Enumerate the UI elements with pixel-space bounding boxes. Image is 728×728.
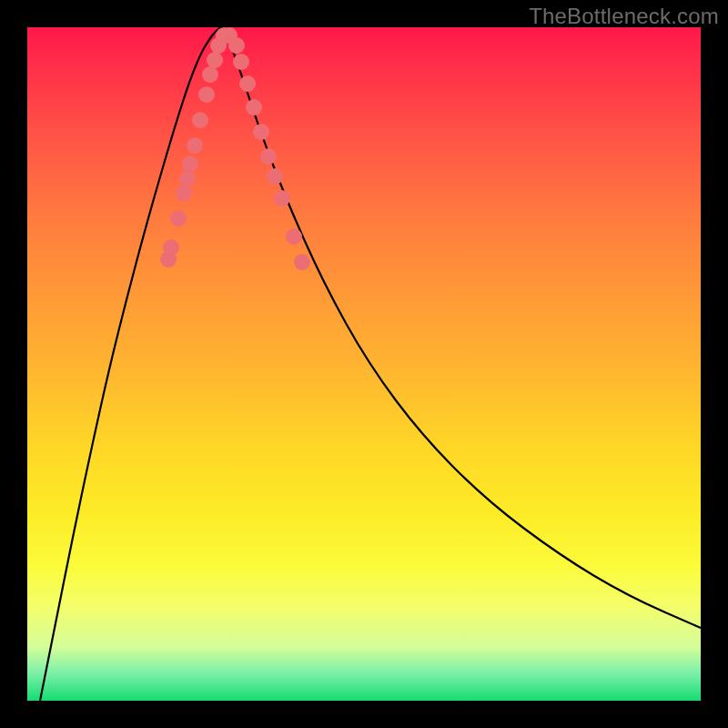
data-marker [198,86,215,103]
data-marker [228,37,245,54]
data-marker [294,254,310,270]
data-marker [163,239,179,256]
data-marker [182,156,198,172]
data-marker [192,112,208,128]
chart-frame: TheBottleneck.com [0,0,728,728]
data-marker [202,66,218,83]
data-marker [233,54,249,70]
curve-left [40,27,222,701]
data-marker [207,52,223,68]
data-markers [160,27,310,270]
data-marker [187,137,203,154]
data-marker [239,76,256,92]
plot-area [27,27,701,701]
data-marker [253,124,269,140]
chart-svg [27,27,701,701]
data-marker [176,185,192,201]
data-marker [170,210,187,227]
data-marker [260,148,277,165]
data-marker [179,170,196,187]
curve-right [222,27,701,628]
data-marker [246,99,262,116]
watermark-text: TheBottleneck.com [529,4,719,29]
data-marker [286,228,302,245]
data-marker [267,168,283,185]
data-marker [274,190,290,207]
